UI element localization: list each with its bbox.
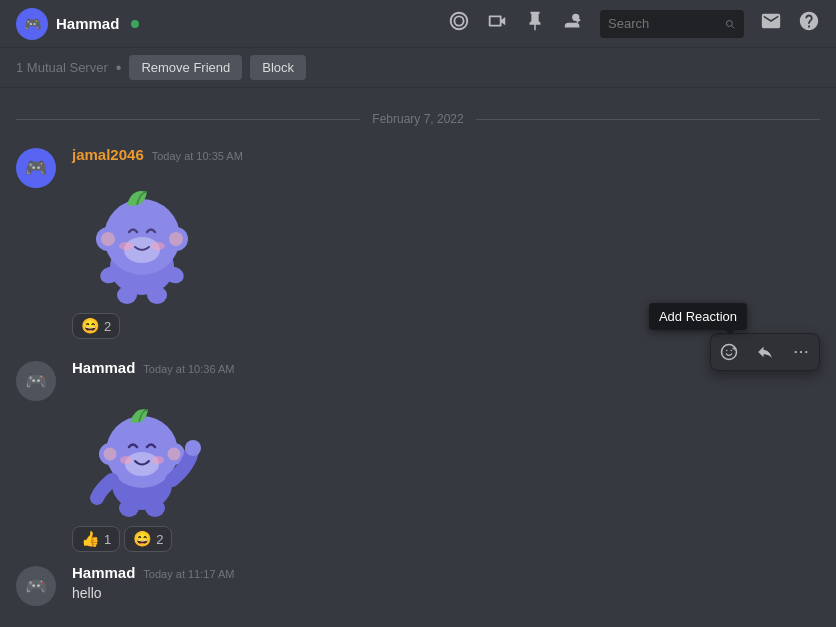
svg-point-5	[169, 232, 183, 246]
reaction-emoji-smile: 😄	[133, 530, 152, 548]
message-content-1: jamal2046 Today at 10:35 AM	[72, 146, 820, 339]
message-group-1: 🎮 jamal2046 Today at 10:35 AM	[0, 142, 836, 343]
avatar-jamal: 🎮	[16, 148, 56, 188]
more-button[interactable]	[783, 334, 819, 370]
svg-point-3	[101, 232, 115, 246]
search-input[interactable]	[608, 16, 716, 31]
msg-text-3: hello	[72, 585, 820, 601]
msg-username-3: Hammad	[72, 564, 135, 581]
message-header-3: Hammad Today at 11:17 AM	[72, 564, 820, 581]
msg-timestamp-2: Today at 10:36 AM	[143, 363, 234, 375]
reaction-count-smile: 2	[156, 532, 163, 547]
message-content-3: Hammad Today at 11:17 AM hello	[72, 564, 820, 606]
message-content-2: Hammad Today at 10:36 AM	[72, 359, 820, 552]
sticker-1	[72, 167, 212, 307]
date-label: February 7, 2022	[360, 112, 475, 126]
svg-point-20	[120, 456, 132, 464]
msg-username-2: Hammad	[72, 359, 135, 376]
reaction-count-thumb: 1	[104, 532, 111, 547]
discord-icon: 🎮	[24, 16, 41, 32]
block-button[interactable]: Block	[250, 55, 306, 80]
msg-username-1: jamal2046	[72, 146, 144, 163]
svg-point-11	[117, 286, 137, 304]
svg-point-30	[805, 351, 807, 353]
sub-bar: 1 Mutual Server • Remove Friend Block	[0, 48, 836, 88]
remove-friend-button[interactable]: Remove Friend	[129, 55, 242, 80]
svg-point-7	[119, 242, 133, 250]
mutual-servers-label: 1 Mutual Server	[16, 60, 108, 75]
svg-point-21	[152, 456, 164, 464]
discord-icon-jamal: 🎮	[25, 157, 47, 179]
message-header-1: jamal2046 Today at 10:35 AM	[72, 146, 820, 163]
svg-point-26	[726, 350, 728, 352]
svg-point-27	[731, 350, 733, 352]
svg-point-28	[795, 351, 797, 353]
reaction-pill-2-0[interactable]: 👍 1	[72, 526, 120, 552]
reply-button[interactable]	[747, 334, 783, 370]
search-bar[interactable]	[600, 10, 744, 38]
add-reaction-button[interactable]: Add Reaction	[711, 334, 747, 370]
nitro-icon[interactable]	[448, 10, 470, 37]
pin-icon[interactable]	[524, 10, 546, 37]
context-toolbar: Add Reaction	[710, 333, 820, 371]
msg-timestamp-1: Today at 10:35 AM	[152, 150, 243, 162]
add-friend-icon[interactable]	[562, 10, 584, 37]
messages-area: February 7, 2022 🎮 jamal2046 Today at 10…	[0, 88, 836, 627]
reaction-emoji-thumb: 👍	[81, 530, 100, 548]
reaction-emoji: 😄	[81, 317, 100, 335]
reaction-count: 2	[104, 319, 111, 334]
reaction-pill-1-0[interactable]: 😄 2	[72, 313, 120, 339]
search-icon	[724, 17, 736, 31]
msg-timestamp-3: Today at 11:17 AM	[143, 568, 234, 580]
message-header-2: Hammad Today at 10:36 AM	[72, 359, 820, 376]
avatar-hammad-2: 🎮	[16, 361, 56, 401]
reactions-2: 👍 1 😄 2	[72, 526, 820, 552]
separator: •	[116, 59, 122, 77]
discord-icon-hammad-3: 🎮	[25, 575, 47, 597]
svg-point-8	[151, 242, 165, 250]
avatar-top: 🎮	[16, 8, 48, 40]
svg-point-22	[119, 499, 139, 517]
inbox-icon[interactable]	[760, 10, 782, 37]
svg-point-24	[185, 440, 201, 456]
svg-point-12	[147, 286, 167, 304]
svg-point-29	[800, 351, 802, 353]
avatar-hammad-3: 🎮	[16, 566, 56, 606]
video-icon[interactable]	[486, 10, 508, 37]
top-username: Hammad	[56, 15, 119, 32]
reaction-pill-2-1[interactable]: 😄 2	[124, 526, 172, 552]
svg-point-23	[145, 499, 165, 517]
discord-icon-hammad: 🎮	[25, 370, 47, 392]
date-divider: February 7, 2022	[0, 104, 836, 134]
top-bar: 🎮 Hammad	[0, 0, 836, 48]
svg-point-16	[104, 448, 117, 461]
reactions-1: 😄 2	[72, 313, 820, 339]
message-group-2: 🎮 Hammad Today at 10:36 AM	[0, 343, 836, 556]
message-group-3: 🎮 Hammad Today at 11:17 AM hello	[0, 556, 836, 610]
svg-point-18	[168, 448, 181, 461]
online-indicator	[131, 20, 139, 28]
sticker-2	[72, 380, 212, 520]
help-icon[interactable]	[798, 10, 820, 37]
top-bar-icons	[448, 10, 820, 38]
